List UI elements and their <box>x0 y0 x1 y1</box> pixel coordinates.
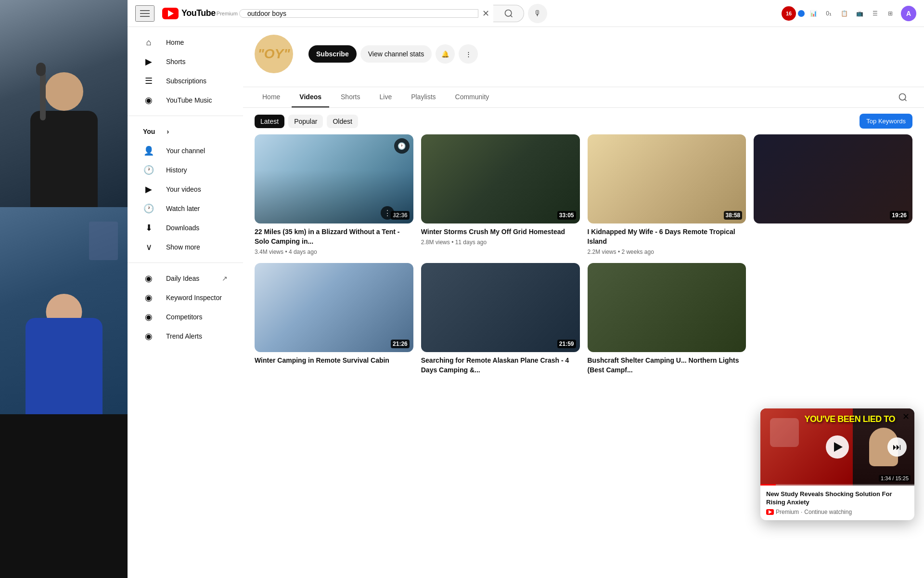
video-card-3[interactable]: 38:58 I Kidnapped My Wife - 6 Days Remot… <box>588 134 746 255</box>
sidebar-you-section[interactable]: You › <box>131 122 239 141</box>
tab-shorts[interactable]: Shorts <box>333 87 368 107</box>
sidebar-item-your-videos[interactable]: ▶ Your videos <box>131 180 239 199</box>
subscribe-button[interactable]: Subscribe <box>308 45 357 63</box>
search-button[interactable] <box>493 5 524 22</box>
video-thumbnail-6[interactable]: 21:59 <box>421 263 580 352</box>
floating-video-channel: Premium · Continue watching <box>766 509 909 515</box>
video-thumbnail-1[interactable]: 🕐 32:36 ⋮ <box>255 134 413 223</box>
sidebar-item-shorts[interactable]: ▶ Shorts <box>131 52 239 71</box>
video-card-5[interactable]: 21:26 Winter Camping in Remote Survival … <box>255 263 413 377</box>
tab-playlists[interactable]: Playlists <box>403 87 443 107</box>
youtube-logo-text: YouTube <box>181 8 216 18</box>
sidebar: ⌂ Home ▶ Shorts ☰ Subscriptions ◉ YouTub… <box>128 27 243 578</box>
toolbar-icons: 16 📊 0₁ 📋 📺 ☰ ⊞ <box>782 6 897 21</box>
video-card-2[interactable]: 33:05 Winter Storms Crush My Off Grid Ho… <box>421 134 580 255</box>
sidebar-downloads-label: Downloads <box>166 224 199 232</box>
search-input[interactable] <box>239 9 478 18</box>
sidebar-keyword-inspector-label: Keyword Inspector <box>166 294 222 302</box>
extension-icon-5[interactable]: 📺 <box>853 7 866 20</box>
video-title-2: Winter Storms Crush My Off Grid Homestea… <box>421 227 580 237</box>
video-thumbnail-4[interactable]: 19:26 <box>754 134 912 223</box>
video-thumbnail-3[interactable]: 38:58 <box>588 134 746 223</box>
sidebar-item-downloads[interactable]: ⬇ Downloads <box>131 218 239 237</box>
video-age-separator-2: • <box>451 239 455 246</box>
video-views-1: 3.4M views <box>255 249 283 255</box>
extension-icon-1[interactable]: 16 <box>782 6 796 21</box>
video-more-button-1[interactable]: ⋮ <box>381 206 394 220</box>
shorts-icon: ▶ <box>143 56 154 67</box>
sidebar-item-subscriptions[interactable]: ☰ Subscriptions <box>131 71 239 91</box>
floating-video-info: New Study Reveals Shocking Solution For … <box>760 486 914 520</box>
extension-icon-7[interactable]: ⊞ <box>884 7 897 20</box>
sidebar-divider-1 <box>128 116 243 116</box>
channel-action-buttons: Subscribe View channel stats 🔔 ⋮ <box>308 44 478 64</box>
extension-icon-2[interactable]: 📊 <box>807 7 820 20</box>
sidebar-item-youtube-music[interactable]: ◉ YouTube Music <box>131 91 239 110</box>
sidebar-item-home[interactable]: ⌂ Home <box>131 33 239 52</box>
sidebar-home-label: Home <box>166 39 184 46</box>
filter-oldest-button[interactable]: Oldest <box>327 115 358 128</box>
floating-progress-fill <box>760 484 776 486</box>
video-title-1: 22 Miles (35 km) in a Blizzard Without a… <box>255 227 413 246</box>
floating-video-area[interactable]: YOU'VE BEEN LIED TO ⏭ 1:34 / 15:25 <box>760 408 914 486</box>
user-avatar-button[interactable]: A <box>901 6 916 21</box>
search-clear-button[interactable]: ✕ <box>478 5 493 22</box>
floating-play-button[interactable] <box>826 435 849 459</box>
channel-header: "OY" Subscribe View channel stats 🔔 ⋮ <box>243 27 924 87</box>
video-duration-6: 21:59 <box>557 340 576 348</box>
sidebar-item-daily-ideas[interactable]: ◉ Daily Ideas ↗ <box>131 269 239 288</box>
channel-avatar: "OY" <box>255 35 293 73</box>
sidebar-youtube-music-label: YouTube Music <box>166 96 212 104</box>
external-link-icon: ↗ <box>222 275 228 282</box>
video-card-7[interactable]: Bushcraft Shelter Camping U... Northern … <box>588 263 746 377</box>
notification-bell-button[interactable]: 🔔 <box>436 44 455 64</box>
sidebar-item-trend-alerts[interactable]: ◉ Trend Alerts <box>131 327 239 346</box>
webcam-top <box>0 0 128 207</box>
extension-icon-blue[interactable] <box>798 10 805 17</box>
tab-live[interactable]: Live <box>372 87 399 107</box>
sidebar-your-videos-label: Your videos <box>166 185 201 193</box>
extension-icon-3[interactable]: 0₁ <box>822 7 835 20</box>
yt-header: YouTube Premium ✕ 🎙 16 📊 0₁ 📋 📺 ☰ <box>128 0 924 27</box>
sidebar-item-your-channel[interactable]: 👤 Your channel <box>131 141 239 160</box>
tab-community[interactable]: Community <box>448 87 497 107</box>
video-age-separator-1: • <box>285 249 289 255</box>
filter-popular-button[interactable]: Popular <box>288 115 323 128</box>
video-card-1[interactable]: 🕐 32:36 ⋮ 22 Miles (35 km) in a Blizzard… <box>255 134 413 255</box>
top-keywords-button[interactable]: Top Keywords <box>860 114 912 129</box>
sidebar-divider-2 <box>128 263 243 263</box>
video-thumbnail-2[interactable]: 33:05 <box>421 134 580 223</box>
sidebar-item-competitors[interactable]: ◉ Competitors <box>131 307 239 327</box>
video-card-6[interactable]: 21:59 Searching for Remote Alaskan Plane… <box>421 263 580 377</box>
video-thumbnail-7[interactable] <box>588 263 746 352</box>
sidebar-trend-alerts-label: Trend Alerts <box>166 332 202 340</box>
tab-videos[interactable]: Videos <box>292 87 329 107</box>
sidebar-item-watch-later[interactable]: 🕐 Watch later <box>131 199 239 218</box>
tab-home[interactable]: Home <box>255 87 288 107</box>
header-right: 16 📊 0₁ 📋 📺 ☰ ⊞ A <box>782 6 916 21</box>
channel-search-button[interactable] <box>893 88 912 107</box>
mic-button[interactable]: 🎙 <box>528 4 547 23</box>
sidebar-item-keyword-inspector[interactable]: ◉ Keyword Inspector <box>131 288 239 307</box>
floating-progress-bar[interactable] <box>760 484 914 486</box>
sidebar-history-label: History <box>166 166 187 174</box>
video-views-2: 2.8M views <box>421 239 450 246</box>
sidebar-item-show-more[interactable]: ∨ Show more <box>131 237 239 257</box>
floating-close-button[interactable]: ✕ <box>899 410 912 423</box>
floating-skip-button[interactable]: ⏭ <box>887 437 907 457</box>
your-channel-icon: 👤 <box>143 145 154 156</box>
view-channel-stats-button[interactable]: View channel stats <box>360 45 432 63</box>
filter-latest-button[interactable]: Latest <box>255 115 284 128</box>
extension-icon-6[interactable]: ☰ <box>868 7 882 20</box>
extension-icon-4[interactable]: 📋 <box>837 7 851 20</box>
show-more-icon: ∨ <box>143 242 154 252</box>
menu-toggle-button[interactable] <box>135 5 154 22</box>
lied-to-text: YOU'VE BEEN LIED TO <box>805 414 895 424</box>
video-card-4[interactable]: 19:26 <box>754 134 912 255</box>
video-age-2: 11 days ago <box>455 239 487 246</box>
sidebar-item-history[interactable]: 🕐 History <box>131 160 239 180</box>
sidebar-watch-later-label: Watch later <box>166 205 200 212</box>
video-thumbnail-5[interactable]: 21:26 <box>255 263 413 352</box>
channel-more-button[interactable]: ⋮ <box>459 44 478 64</box>
floating-continue-watching: Continue watching <box>804 509 852 515</box>
